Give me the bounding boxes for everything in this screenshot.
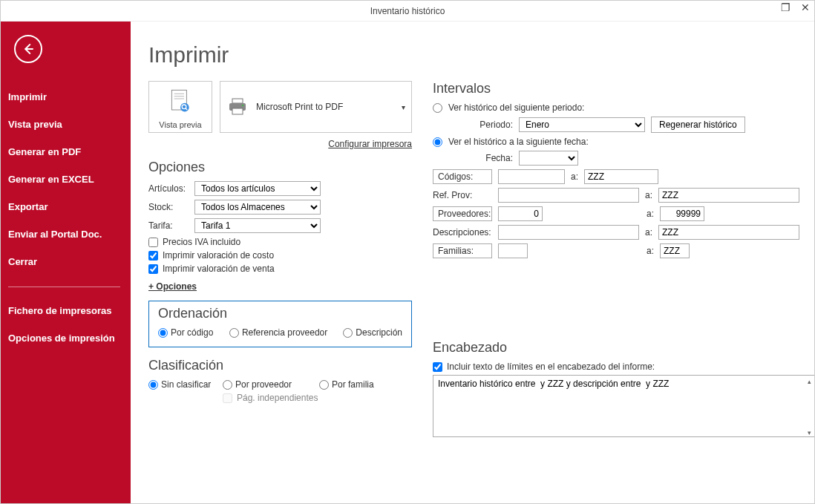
titlebar: Inventario histórico ❐ ✕ — [1, 1, 814, 22]
articulos-label: Artículos: — [148, 183, 190, 194]
pag-independientes-label: Pág. independientes — [237, 393, 318, 403]
radio-periodo[interactable] — [433, 103, 442, 113]
vista-previa-label: Vista previa — [159, 120, 201, 129]
sidebar: Imprimir Vista previa Generar en PDF Gen… — [1, 22, 131, 503]
stock-label: Stock: — [148, 202, 190, 212]
clasif-por-familia[interactable]: Por familia — [319, 379, 374, 390]
val-costo-label: Imprimir valoración de costo — [163, 250, 274, 261]
fecha-select[interactable] — [519, 151, 578, 166]
scroll-up-icon[interactable]: ▴ — [804, 376, 814, 387]
encabezado-textarea[interactable]: Inventario histórico entre y ZZZ y descr… — [433, 375, 814, 437]
tarifa-label: Tarifa: — [148, 220, 190, 231]
sidebar-item-vista-previa[interactable]: Vista previa — [1, 111, 126, 137]
encabezado-heading: Encabezado — [433, 340, 814, 356]
sidebar-item-exportar[interactable]: Exportar — [1, 194, 126, 220]
regenerar-historico-button[interactable]: Regenerar histórico — [651, 117, 745, 133]
stock-select[interactable]: Todos los Almacenes — [194, 200, 321, 215]
val-costo-checkbox[interactable] — [148, 251, 158, 261]
fecha-label: Fecha: — [433, 153, 513, 163]
descripciones-to-input[interactable] — [658, 225, 799, 240]
a-label: a: — [647, 246, 654, 256]
sidebar-item-fichero-impresoras[interactable]: Fichero de impresoras — [1, 298, 126, 324]
a-label: a: — [647, 209, 654, 219]
printer-name: Microsoft Print to PDF — [256, 102, 343, 112]
sidebar-item-generar-excel[interactable]: Generar en EXCEL — [1, 166, 126, 192]
clasif-por-proveedor[interactable]: Por proveedor — [223, 379, 319, 390]
val-venta-label: Imprimir valoración de venta — [163, 264, 275, 274]
proveedores-button[interactable]: Proveedores: — [433, 206, 492, 221]
printer-selector[interactable]: Microsoft Print to PDF ▾ — [220, 81, 412, 133]
codigos-to-input[interactable] — [584, 169, 658, 184]
refprov-label: Ref. Prov: — [433, 190, 492, 200]
radio-periodo-label: Ver histórico del siguiente periodo: — [448, 102, 584, 113]
val-venta-checkbox[interactable] — [148, 264, 158, 274]
sidebar-item-enviar-portal[interactable]: Enviar al Portal Doc. — [1, 221, 126, 247]
refprov-from-input[interactable] — [498, 188, 639, 203]
sidebar-item-imprimir[interactable]: Imprimir — [1, 84, 126, 110]
page-title: Imprimir — [148, 42, 796, 68]
printer-icon — [226, 96, 249, 117]
refprov-to-input[interactable] — [658, 188, 799, 203]
sidebar-item-cerrar[interactable]: Cerrar — [1, 249, 126, 275]
familias-from-input[interactable] — [498, 243, 528, 258]
opciones-heading: Opciones — [148, 160, 412, 175]
back-button[interactable] — [14, 35, 42, 63]
svg-rect-8 — [232, 99, 243, 103]
chevron-down-icon: ▾ — [402, 103, 405, 111]
configure-printer-link[interactable]: Configurar impresora — [328, 139, 412, 149]
back-arrow-icon — [22, 42, 35, 56]
vista-previa-button[interactable]: Vista previa — [148, 81, 212, 133]
periodo-select[interactable]: Enero — [519, 117, 645, 132]
precios-iva-label: Precios IVA incluido — [163, 237, 240, 247]
sidebar-item-generar-pdf[interactable]: Generar en PDF — [1, 139, 126, 165]
window-close-icon[interactable]: ✕ — [801, 2, 810, 13]
svg-point-11 — [242, 105, 244, 107]
tarifa-select[interactable]: Tarifa 1 — [194, 218, 321, 233]
familias-button[interactable]: Familias: — [433, 243, 492, 258]
descripciones-from-input[interactable] — [498, 225, 639, 240]
a-label: a: — [645, 190, 652, 200]
orden-descripcion[interactable]: Descripción — [343, 327, 402, 338]
more-options-link[interactable]: + Opciones — [148, 281, 197, 292]
sidebar-separator — [8, 287, 120, 287]
descripciones-label: Descripciones: — [433, 227, 492, 238]
a-label: a: — [571, 171, 578, 182]
svg-rect-10 — [232, 108, 243, 114]
clasificacion-heading: Clasificación — [148, 358, 412, 373]
orden-por-codigo[interactable]: Por código — [158, 327, 229, 338]
intervalos-heading: Intervalos — [433, 81, 814, 96]
proveedores-from-input[interactable] — [498, 206, 543, 221]
proveedores-to-input[interactable] — [660, 206, 704, 221]
articulos-select[interactable]: Todos los artículos — [194, 181, 321, 196]
scroll-down-icon[interactable]: ▾ — [804, 428, 814, 438]
ordenacion-heading: Ordenación — [158, 306, 402, 321]
precios-iva-checkbox[interactable] — [148, 238, 158, 247]
radio-fecha[interactable] — [433, 137, 442, 147]
codigos-from-input[interactable] — [498, 169, 565, 184]
codigos-button[interactable]: Códigos: — [433, 169, 492, 184]
a-label: a: — [645, 227, 652, 238]
clasif-sin[interactable]: Sin clasificar — [148, 379, 223, 390]
window-restore-icon[interactable]: ❐ — [781, 2, 791, 13]
familias-to-input[interactable] — [660, 243, 690, 258]
periodo-label: Periodo: — [433, 120, 513, 130]
sidebar-item-opciones-impresion[interactable]: Opciones de impresión — [1, 325, 126, 351]
orden-ref-proveedor[interactable]: Referencia proveedor — [229, 327, 343, 338]
window-title: Inventario histórico — [370, 6, 445, 16]
radio-fecha-label: Ver el histórico a la siguiente fecha: — [448, 137, 589, 147]
pag-independientes-checkbox — [223, 393, 232, 403]
include-limits-checkbox[interactable] — [433, 362, 442, 372]
include-limits-label: Incluir texto de límites en el encabezad… — [447, 361, 655, 372]
document-preview-icon — [168, 88, 193, 117]
